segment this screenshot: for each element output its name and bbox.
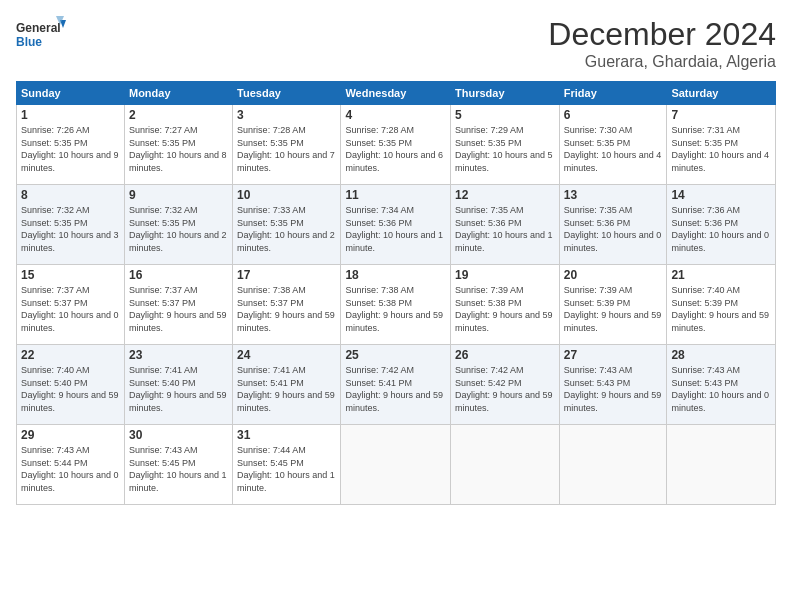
day-number: 21 bbox=[671, 268, 771, 282]
daylight-label: Daylight: 9 hours and 59 minutes. bbox=[237, 390, 335, 413]
day-info: Sunrise: 7:27 AM Sunset: 5:35 PM Dayligh… bbox=[129, 124, 228, 174]
sunrise-label: Sunrise: 7:43 AM bbox=[21, 445, 90, 455]
day-cell-15: 15 Sunrise: 7:37 AM Sunset: 5:37 PM Dayl… bbox=[17, 265, 125, 345]
sunrise-label: Sunrise: 7:42 AM bbox=[345, 365, 414, 375]
day-number: 10 bbox=[237, 188, 336, 202]
day-info: Sunrise: 7:40 AM Sunset: 5:39 PM Dayligh… bbox=[671, 284, 771, 334]
day-number: 3 bbox=[237, 108, 336, 122]
day-cell-24: 24 Sunrise: 7:41 AM Sunset: 5:41 PM Dayl… bbox=[233, 345, 341, 425]
day-number: 8 bbox=[21, 188, 120, 202]
day-cell-8: 8 Sunrise: 7:32 AM Sunset: 5:35 PM Dayli… bbox=[17, 185, 125, 265]
daylight-label: Daylight: 10 hours and 0 minutes. bbox=[671, 390, 769, 413]
day-cell-20: 20 Sunrise: 7:39 AM Sunset: 5:39 PM Dayl… bbox=[559, 265, 667, 345]
day-number: 24 bbox=[237, 348, 336, 362]
sunset-label: Sunset: 5:39 PM bbox=[564, 298, 631, 308]
day-info: Sunrise: 7:40 AM Sunset: 5:40 PM Dayligh… bbox=[21, 364, 120, 414]
day-number: 9 bbox=[129, 188, 228, 202]
calendar-header-row: SundayMondayTuesdayWednesdayThursdayFrid… bbox=[17, 82, 776, 105]
day-info: Sunrise: 7:43 AM Sunset: 5:44 PM Dayligh… bbox=[21, 444, 120, 494]
day-info: Sunrise: 7:32 AM Sunset: 5:35 PM Dayligh… bbox=[21, 204, 120, 254]
daylight-label: Daylight: 10 hours and 7 minutes. bbox=[237, 150, 335, 173]
sunset-label: Sunset: 5:40 PM bbox=[129, 378, 196, 388]
day-info: Sunrise: 7:37 AM Sunset: 5:37 PM Dayligh… bbox=[21, 284, 120, 334]
sunset-label: Sunset: 5:37 PM bbox=[237, 298, 304, 308]
calendar-week-2: 8 Sunrise: 7:32 AM Sunset: 5:35 PM Dayli… bbox=[17, 185, 776, 265]
sunrise-label: Sunrise: 7:41 AM bbox=[237, 365, 306, 375]
calendar-header-thursday: Thursday bbox=[451, 82, 560, 105]
sunrise-label: Sunrise: 7:32 AM bbox=[129, 205, 198, 215]
day-number: 16 bbox=[129, 268, 228, 282]
sunset-label: Sunset: 5:38 PM bbox=[455, 298, 522, 308]
calendar-header-saturday: Saturday bbox=[667, 82, 776, 105]
day-info: Sunrise: 7:44 AM Sunset: 5:45 PM Dayligh… bbox=[237, 444, 336, 494]
daylight-label: Daylight: 10 hours and 9 minutes. bbox=[21, 150, 119, 173]
day-cell-18: 18 Sunrise: 7:38 AM Sunset: 5:38 PM Dayl… bbox=[341, 265, 451, 345]
sunrise-label: Sunrise: 7:41 AM bbox=[129, 365, 198, 375]
day-cell-17: 17 Sunrise: 7:38 AM Sunset: 5:37 PM Dayl… bbox=[233, 265, 341, 345]
daylight-label: Daylight: 10 hours and 1 minute. bbox=[345, 230, 443, 253]
day-info: Sunrise: 7:36 AM Sunset: 5:36 PM Dayligh… bbox=[671, 204, 771, 254]
sunrise-label: Sunrise: 7:38 AM bbox=[237, 285, 306, 295]
day-number: 19 bbox=[455, 268, 555, 282]
day-cell-16: 16 Sunrise: 7:37 AM Sunset: 5:37 PM Dayl… bbox=[124, 265, 232, 345]
day-cell-29: 29 Sunrise: 7:43 AM Sunset: 5:44 PM Dayl… bbox=[17, 425, 125, 505]
day-number: 11 bbox=[345, 188, 446, 202]
day-number: 23 bbox=[129, 348, 228, 362]
daylight-label: Daylight: 10 hours and 8 minutes. bbox=[129, 150, 227, 173]
daylight-label: Daylight: 9 hours and 59 minutes. bbox=[345, 310, 443, 333]
day-info: Sunrise: 7:34 AM Sunset: 5:36 PM Dayligh… bbox=[345, 204, 446, 254]
calendar-header-tuesday: Tuesday bbox=[233, 82, 341, 105]
day-cell-27: 27 Sunrise: 7:43 AM Sunset: 5:43 PM Dayl… bbox=[559, 345, 667, 425]
calendar-week-1: 1 Sunrise: 7:26 AM Sunset: 5:35 PM Dayli… bbox=[17, 105, 776, 185]
day-cell-4: 4 Sunrise: 7:28 AM Sunset: 5:35 PM Dayli… bbox=[341, 105, 451, 185]
sunrise-label: Sunrise: 7:36 AM bbox=[671, 205, 740, 215]
daylight-label: Daylight: 10 hours and 4 minutes. bbox=[564, 150, 662, 173]
day-info: Sunrise: 7:38 AM Sunset: 5:37 PM Dayligh… bbox=[237, 284, 336, 334]
calendar-week-5: 29 Sunrise: 7:43 AM Sunset: 5:44 PM Dayl… bbox=[17, 425, 776, 505]
calendar-header-sunday: Sunday bbox=[17, 82, 125, 105]
svg-text:Blue: Blue bbox=[16, 35, 42, 49]
day-number: 5 bbox=[455, 108, 555, 122]
sunrise-label: Sunrise: 7:30 AM bbox=[564, 125, 633, 135]
daylight-label: Daylight: 9 hours and 59 minutes. bbox=[345, 390, 443, 413]
day-number: 31 bbox=[237, 428, 336, 442]
sunset-label: Sunset: 5:35 PM bbox=[21, 138, 88, 148]
day-cell-6: 6 Sunrise: 7:30 AM Sunset: 5:35 PM Dayli… bbox=[559, 105, 667, 185]
day-info: Sunrise: 7:38 AM Sunset: 5:38 PM Dayligh… bbox=[345, 284, 446, 334]
calendar-header-monday: Monday bbox=[124, 82, 232, 105]
sunset-label: Sunset: 5:45 PM bbox=[237, 458, 304, 468]
day-cell-11: 11 Sunrise: 7:34 AM Sunset: 5:36 PM Dayl… bbox=[341, 185, 451, 265]
daylight-label: Daylight: 10 hours and 6 minutes. bbox=[345, 150, 443, 173]
day-number: 14 bbox=[671, 188, 771, 202]
sunset-label: Sunset: 5:35 PM bbox=[129, 218, 196, 228]
sunset-label: Sunset: 5:36 PM bbox=[455, 218, 522, 228]
daylight-label: Daylight: 9 hours and 59 minutes. bbox=[455, 310, 553, 333]
day-info: Sunrise: 7:29 AM Sunset: 5:35 PM Dayligh… bbox=[455, 124, 555, 174]
day-cell-25: 25 Sunrise: 7:42 AM Sunset: 5:41 PM Dayl… bbox=[341, 345, 451, 425]
sunrise-label: Sunrise: 7:40 AM bbox=[671, 285, 740, 295]
day-number: 7 bbox=[671, 108, 771, 122]
day-info: Sunrise: 7:37 AM Sunset: 5:37 PM Dayligh… bbox=[129, 284, 228, 334]
day-cell-28: 28 Sunrise: 7:43 AM Sunset: 5:43 PM Dayl… bbox=[667, 345, 776, 425]
daylight-label: Daylight: 10 hours and 1 minute. bbox=[129, 470, 227, 493]
sunset-label: Sunset: 5:36 PM bbox=[671, 218, 738, 228]
day-number: 30 bbox=[129, 428, 228, 442]
day-info: Sunrise: 7:41 AM Sunset: 5:40 PM Dayligh… bbox=[129, 364, 228, 414]
day-cell-9: 9 Sunrise: 7:32 AM Sunset: 5:35 PM Dayli… bbox=[124, 185, 232, 265]
calendar-header-wednesday: Wednesday bbox=[341, 82, 451, 105]
day-cell-5: 5 Sunrise: 7:29 AM Sunset: 5:35 PM Dayli… bbox=[451, 105, 560, 185]
sunrise-label: Sunrise: 7:28 AM bbox=[345, 125, 414, 135]
day-cell-12: 12 Sunrise: 7:35 AM Sunset: 5:36 PM Dayl… bbox=[451, 185, 560, 265]
day-number: 28 bbox=[671, 348, 771, 362]
sunset-label: Sunset: 5:37 PM bbox=[129, 298, 196, 308]
sunset-label: Sunset: 5:44 PM bbox=[21, 458, 88, 468]
day-info: Sunrise: 7:43 AM Sunset: 5:43 PM Dayligh… bbox=[564, 364, 663, 414]
day-info: Sunrise: 7:39 AM Sunset: 5:38 PM Dayligh… bbox=[455, 284, 555, 334]
location-title: Guerara, Ghardaia, Algeria bbox=[548, 53, 776, 71]
day-info: Sunrise: 7:41 AM Sunset: 5:41 PM Dayligh… bbox=[237, 364, 336, 414]
day-cell-1: 1 Sunrise: 7:26 AM Sunset: 5:35 PM Dayli… bbox=[17, 105, 125, 185]
day-cell-22: 22 Sunrise: 7:40 AM Sunset: 5:40 PM Dayl… bbox=[17, 345, 125, 425]
calendar-table: SundayMondayTuesdayWednesdayThursdayFrid… bbox=[16, 81, 776, 505]
day-number: 13 bbox=[564, 188, 663, 202]
daylight-label: Daylight: 9 hours and 59 minutes. bbox=[129, 390, 227, 413]
